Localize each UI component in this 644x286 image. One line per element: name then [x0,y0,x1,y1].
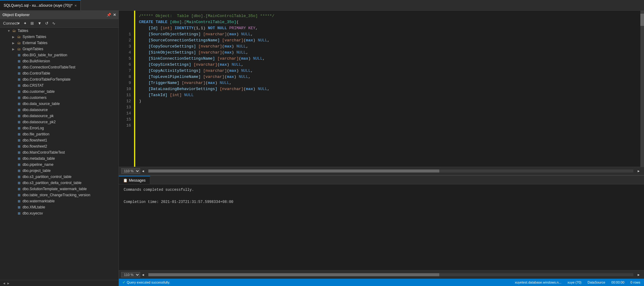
results-scroll-thumb [148,273,439,276]
oe-system-tables[interactable]: ▶ 🗂 System Tables [0,34,119,40]
tables-root-label: Tables [18,29,28,33]
oe-table-xuyecsv[interactable]: ▶ ⊞ dbo.xuyecsv [0,210,119,216]
new-query-button[interactable]: ✦ [22,20,28,26]
oe-table-flowsheet1[interactable]: ▶ ⊞ dbo.flowsheet1 [0,137,119,143]
new-query-alt-button[interactable]: ⊞ [29,20,35,26]
oe-table-watermark[interactable]: ▶ ⊞ dbo.watermarktable [0,198,119,204]
status-icon: ✔ [122,280,126,284]
table-icon: ⊞ [16,107,21,112]
object-explorer-header: Object Explorer 📌 ✕ [0,11,119,19]
oe-table-s3-delta[interactable]: ▶ ⊞ dbo.s3_partition_delta_control_table [0,180,119,186]
oe-bottom-bar: ◄ ► [0,280,119,286]
table-icon: ⊞ [16,138,21,143]
oe-table-datasource-pk[interactable]: ▶ ⊞ dbo.datasource_pk [0,113,119,119]
oe-tree: ▼ 🗂 Tables ▶ 🗂 System Tables ▶ 🗂 Extern [0,28,119,280]
results-zoom-bar: 110 % ◄ ► [119,270,644,279]
status-time: 00:00:00 [611,281,625,284]
table-icon: ⊞ [16,144,21,149]
status-server: xuyetest.database.windows.n... [515,281,561,284]
table-icon: ⊞ [16,174,21,179]
tab-close-button[interactable]: ✕ [74,4,77,7]
oe-table-store-change-tracking[interactable]: ▶ ⊞ dbo.table_store_ChangeTracking_versi… [0,192,119,198]
oe-table-controltable-template[interactable]: ▶ ⊞ dbo.ControlTableForTemplate [0,76,119,82]
oe-table-datasource-pk2[interactable]: ▶ ⊞ dbo.datasource_pk2 [0,119,119,125]
table-icon: ⊞ [16,101,21,106]
table-icon: ⊞ [16,199,21,204]
status-message: Query executed successfully. [127,281,170,284]
sql-query-tab[interactable]: SQLQuery1.sql - xu...aSource (xuye (70))… [0,0,81,10]
table-icon: ⊞ [16,168,21,173]
editor-content: 1 2 3 4 5 6 7 8 9 10 11 12 13 14 [119,11,644,167]
filter-button[interactable]: ▼ [36,20,43,26]
oe-table-metadata[interactable]: ▶ ⊞ dbo.metadata_table [0,155,119,162]
editor-scrollbar[interactable] [640,11,644,167]
success-message: Commands completed successfully. [124,187,639,193]
oe-table-solution-template[interactable]: ▶ ⊞ dbo.SolutionTemplate_watermark_table [0,186,119,192]
oe-table-big[interactable]: ▶ ⊞ dbo.BIG_table_for_partition [0,52,119,58]
tab-bar: SQLQuery1.sql - xu...aSource (xuye (70))… [0,0,644,11]
scroll-right-button[interactable]: ► [637,169,640,173]
scroll-left-button[interactable]: ◄ [141,169,145,173]
oe-table-datasource[interactable]: ▶ ⊞ dbo.datasource [0,107,119,113]
horizontal-scroll-track[interactable] [148,169,633,173]
messages-tab[interactable]: 📋 Messages [119,176,150,184]
table-icon: ⊞ [16,162,21,167]
table-icon: ⊞ [16,71,21,76]
results-zoom-select[interactable]: 110 % [121,272,140,277]
oe-table-pipeline-name[interactable]: ▶ ⊞ dbo.pipeline_name [0,162,119,168]
oe-table-s3-partition[interactable]: ▶ ⊞ dbo.s3_partition_control_table [0,174,119,180]
table-icon: ⊞ [16,180,21,185]
oe-tables-root[interactable]: ▼ 🗂 Tables [0,28,119,34]
editor-area: 1 2 3 4 5 6 7 8 9 10 11 12 13 14 [119,11,644,286]
results-scroll-right[interactable]: ► [637,273,640,277]
results-scroll-track[interactable] [148,273,633,276]
oe-toolbar: Connect▾ ✦ ⊞ ▼ ↺ ∿ [0,19,119,28]
results-content: Commands completed successfully. Complet… [119,184,644,270]
editor-zoom-select[interactable]: 110 % [121,168,140,174]
oe-table-file-partition[interactable]: ▶ ⊞ dbo.file_partition [0,131,119,137]
oe-table-xml[interactable]: ▶ ⊞ dbo.XMLtable [0,204,119,210]
oe-graph-tables[interactable]: ▶ 🗂 GraphTables [0,46,119,52]
refresh-button[interactable]: ↺ [44,20,50,26]
oe-table-data-source[interactable]: ▶ ⊞ dbo.data_source_table [0,101,119,107]
oe-table-errorlog[interactable]: ▶ ⊞ dbo.ErrorLog [0,125,119,131]
results-tab-bar: 📋 Messages [119,176,644,184]
table-icon: ⊞ [16,89,21,94]
oe-table-flowsheet2[interactable]: ▶ ⊞ dbo.flowsheet2 [0,143,119,149]
table-icon: ⊞ [16,150,21,155]
horizontal-scroll-thumb [148,169,439,173]
oe-scroll-indicator: ◄ ► [2,281,10,285]
line-numbers: 1 2 3 4 5 6 7 8 9 10 11 12 13 14 [119,11,134,167]
table-icon: ⊞ [16,205,21,210]
oe-close-button[interactable]: ✕ [113,13,116,17]
graph-tables-label: GraphTables [23,47,43,51]
table-icon: ⊞ [16,95,21,100]
table-icon: ⊞ [16,65,21,70]
object-explorer-title: Object Explorer [2,13,30,17]
external-tables-label: External Tables [23,41,48,45]
table-icon: ⊞ [16,132,21,137]
oe-table-customer-table[interactable]: ▶ ⊞ dbo.customer_table [0,89,119,95]
status-rows: 0 rows [631,281,640,284]
system-tables-icon: 🗂 [16,34,21,39]
oe-external-tables[interactable]: ▶ 🗂 External Tables [0,40,119,46]
activity-button[interactable]: ∿ [51,20,57,26]
status-bar: ✔ Query executed successfully. xuyetest.… [119,279,644,286]
oe-table-buildversion[interactable]: ▶ ⊞ dbo.BuildVersion [0,58,119,64]
oe-table-main-control-test[interactable]: ▶ ⊞ dbo.MainControlTableTest [0,149,119,155]
results-scroll-left[interactable]: ◄ [141,273,145,277]
code-editor[interactable]: /***** Object: Table [dbo].[MainControlT… [135,11,640,167]
oe-table-project[interactable]: ▶ ⊞ dbo.project_table [0,168,119,174]
oe-table-connection-control[interactable]: ▶ ⊞ dbo.ConnectionControlTableTest [0,64,119,70]
query-status: ✔ Query executed successfully. [122,280,170,284]
editor-scrollbar-thumb [640,14,644,26]
messages-icon: 📋 [123,178,128,183]
oe-table-customers[interactable]: ▶ ⊞ dbo.customers [0,95,119,101]
oe-table-crstat[interactable]: ▶ ⊞ dbo.CRSTAT [0,82,119,89]
oe-table-controltable[interactable]: ▶ ⊞ dbo.ControlTable [0,70,119,76]
table-icon: ⊞ [16,59,21,64]
table-icon: ⊞ [16,126,21,131]
connect-button[interactable]: Connect▾ [2,20,21,26]
table-icon: ⊞ [16,120,21,124]
oe-pin-button[interactable]: 📌 [107,13,111,17]
